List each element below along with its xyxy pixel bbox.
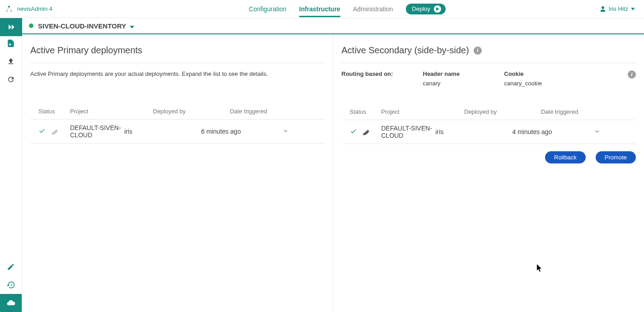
col-status: Status bbox=[350, 108, 381, 115]
user-icon bbox=[600, 6, 606, 12]
sidebar bbox=[0, 34, 22, 312]
promote-button[interactable]: Promote bbox=[596, 151, 636, 163]
project-cell: DEFAULT-SIVEN-CLOUD bbox=[381, 125, 436, 139]
logo-area: nevisAdmin 4 bbox=[5, 5, 95, 14]
sidebar-cloud[interactable] bbox=[0, 294, 22, 312]
secondary-panel: Active Secondary (side-by-side) i Routin… bbox=[334, 34, 644, 312]
sidebar-refresh[interactable] bbox=[0, 70, 22, 88]
chevron-down-icon bbox=[631, 8, 635, 10]
deploy-button-label: Deploy bbox=[412, 5, 430, 12]
secondary-table-head: Status Project Deployed by Date triggere… bbox=[342, 105, 636, 120]
bird-light-icon bbox=[48, 127, 58, 136]
check-icon bbox=[350, 128, 357, 136]
sub-header: SIVEN-CLOUD-INVENTORY bbox=[0, 18, 644, 34]
secondary-title-text: Active Secondary (side-by-side) bbox=[342, 45, 469, 56]
deploy-button[interactable]: Deploy bbox=[406, 4, 446, 14]
expand-row[interactable] bbox=[594, 128, 607, 136]
primary-description: Active Primary deployments are your actu… bbox=[30, 70, 325, 77]
body: Active Primary deployments Active Primar… bbox=[0, 34, 644, 312]
divider bbox=[342, 63, 636, 63]
col-project: Project bbox=[381, 108, 465, 115]
rollback-button[interactable]: Rollback bbox=[545, 151, 586, 163]
main: Active Primary deployments Active Primar… bbox=[22, 34, 644, 312]
play-icon bbox=[434, 5, 441, 13]
deployed-by-cell: iris bbox=[436, 128, 512, 135]
history-icon bbox=[6, 280, 15, 289]
sidebar-edit[interactable] bbox=[0, 258, 22, 276]
col-deployed-by: Deployed by bbox=[464, 108, 541, 115]
action-row: Rollback Promote bbox=[342, 151, 636, 163]
chevron-down-icon bbox=[130, 22, 134, 30]
primary-table: Status Project Deployed by Date triggere… bbox=[30, 104, 325, 144]
bird-dark-icon bbox=[360, 127, 370, 137]
expand-row[interactable] bbox=[282, 128, 296, 135]
file-plus-icon bbox=[6, 39, 15, 48]
primary-table-head: Status Project Deployed by Date triggere… bbox=[30, 104, 325, 120]
routing-label: Routing based on: bbox=[342, 70, 405, 77]
inventory-name: SIVEN-CLOUD-INVENTORY bbox=[38, 22, 126, 30]
col-date: Date triggered bbox=[230, 108, 311, 115]
project-cell: DEFAULT-SIVEN-CLOUD bbox=[70, 124, 124, 139]
date-cell: 4 minutes ago bbox=[512, 128, 594, 135]
top-header: nevisAdmin 4 Configuration Infrastructur… bbox=[0, 0, 644, 18]
svg-line-4 bbox=[9, 7, 11, 11]
col-project: Project bbox=[70, 108, 153, 115]
inventory-selector[interactable]: SIVEN-CLOUD-INVENTORY bbox=[29, 22, 134, 30]
divider bbox=[30, 63, 325, 63]
logo-icon bbox=[5, 5, 14, 14]
sidebar-expand[interactable] bbox=[0, 18, 22, 36]
status-dot-icon bbox=[29, 23, 33, 28]
sidebar-add-file[interactable] bbox=[0, 34, 22, 52]
routing-header-name: Header name canary bbox=[423, 70, 486, 87]
upload-icon bbox=[7, 57, 15, 65]
svg-marker-5 bbox=[436, 7, 439, 11]
table-row[interactable]: DEFAULT-SIVEN-CLOUD iris 6 minutes ago bbox=[30, 120, 325, 144]
sidebar-history[interactable] bbox=[0, 276, 22, 294]
nav-center: Configuration Infrastructure Administrat… bbox=[95, 1, 600, 17]
chevron-down-icon bbox=[282, 128, 289, 134]
nav-configuration[interactable]: Configuration bbox=[249, 1, 287, 17]
sidebar-upload[interactable] bbox=[0, 52, 22, 70]
cookie-value: canary_cookie bbox=[504, 80, 568, 87]
user-menu[interactable]: Iris Hitz bbox=[600, 5, 635, 12]
deployed-by-cell: iris bbox=[124, 128, 201, 135]
table-row[interactable]: DEFAULT-SIVEN-CLOUD iris 4 minutes ago bbox=[342, 120, 636, 144]
info-icon[interactable]: i bbox=[474, 47, 482, 55]
user-name: Iris Hitz bbox=[609, 5, 628, 12]
cookie-label: Cookie bbox=[504, 70, 568, 77]
chevron-down-icon bbox=[594, 128, 600, 135]
col-date: Date triggered bbox=[541, 108, 622, 115]
expand-icon bbox=[7, 23, 16, 32]
primary-panel: Active Primary deployments Active Primar… bbox=[22, 34, 334, 312]
info-icon[interactable]: i bbox=[628, 70, 636, 79]
header-name-value: canary bbox=[423, 80, 486, 87]
cloud-icon bbox=[6, 298, 15, 307]
date-cell: 6 minutes ago bbox=[201, 128, 282, 135]
nav-administration[interactable]: Administration bbox=[353, 1, 393, 17]
nav-infrastructure[interactable]: Infrastructure bbox=[299, 1, 340, 17]
refresh-icon bbox=[7, 75, 15, 84]
primary-title: Active Primary deployments bbox=[30, 45, 325, 56]
secondary-table: Status Project Deployed by Date triggere… bbox=[342, 105, 636, 144]
status-cell bbox=[38, 127, 70, 136]
routing-row: Routing based on: Header name canary Coo… bbox=[342, 70, 636, 87]
svg-marker-6 bbox=[631, 8, 635, 10]
app-name: nevisAdmin 4 bbox=[17, 5, 52, 12]
col-deployed-by: Deployed by bbox=[153, 108, 230, 115]
svg-marker-7 bbox=[130, 26, 134, 28]
col-status: Status bbox=[38, 108, 70, 115]
pencil-icon bbox=[7, 263, 15, 271]
secondary-title: Active Secondary (side-by-side) i bbox=[342, 45, 636, 56]
check-icon bbox=[38, 127, 46, 136]
status-cell bbox=[350, 127, 381, 137]
svg-line-3 bbox=[7, 7, 9, 11]
header-name-label: Header name bbox=[423, 70, 486, 77]
routing-cookie: Cookie canary_cookie bbox=[504, 70, 568, 87]
